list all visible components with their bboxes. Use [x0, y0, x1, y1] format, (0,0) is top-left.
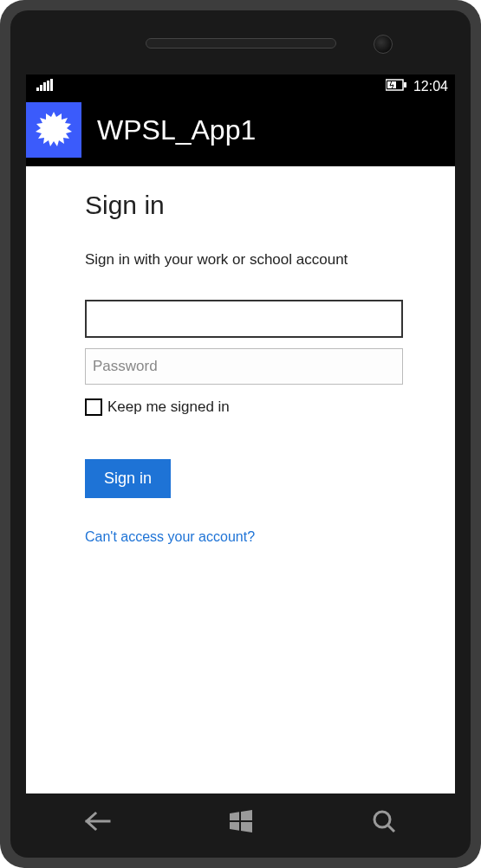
nav-bar: [26, 797, 455, 845]
back-arrow-icon: [83, 810, 113, 832]
windows-icon: [228, 808, 254, 834]
app-title: WPSL_App1: [97, 114, 256, 146]
cant-access-link[interactable]: Can't access your account?: [85, 529, 255, 544]
svg-point-4: [374, 812, 390, 827]
status-time: 12:04: [413, 79, 448, 94]
battery-icon: [386, 79, 408, 94]
svg-marker-3: [36, 112, 72, 146]
keep-signed-row[interactable]: Keep me signed in: [85, 398, 403, 416]
status-bar: 12:04: [26, 74, 455, 99]
phone-frame: 12:04 WPSL_App1 Sign in Sign in with you…: [0, 0, 481, 868]
search-icon: [371, 808, 397, 834]
starburst-icon: [34, 110, 74, 150]
svg-rect-2: [404, 82, 406, 87]
phone-speaker: [146, 38, 336, 49]
password-input[interactable]: [85, 348, 403, 385]
signin-button[interactable]: Sign in: [85, 459, 171, 498]
svg-line-5: [388, 826, 394, 832]
keep-signed-label: Keep me signed in: [107, 398, 230, 416]
signal-icon: [36, 79, 53, 94]
phone-camera: [374, 35, 393, 54]
screen: 12:04 WPSL_App1 Sign in Sign in with you…: [26, 74, 455, 794]
app-header: WPSL_App1: [26, 99, 455, 166]
app-logo: [26, 102, 81, 158]
keep-signed-checkbox[interactable]: [85, 398, 102, 416]
search-button[interactable]: [345, 808, 423, 834]
username-input[interactable]: [85, 300, 403, 338]
home-button[interactable]: [202, 808, 280, 834]
phone-inner: 12:04 WPSL_App1 Sign in Sign in with you…: [10, 10, 471, 858]
back-button[interactable]: [59, 810, 137, 832]
content-area: Sign in Sign in with your work or school…: [26, 166, 455, 794]
subtitle: Sign in with your work or school account: [85, 251, 403, 269]
page-title: Sign in: [85, 191, 403, 220]
